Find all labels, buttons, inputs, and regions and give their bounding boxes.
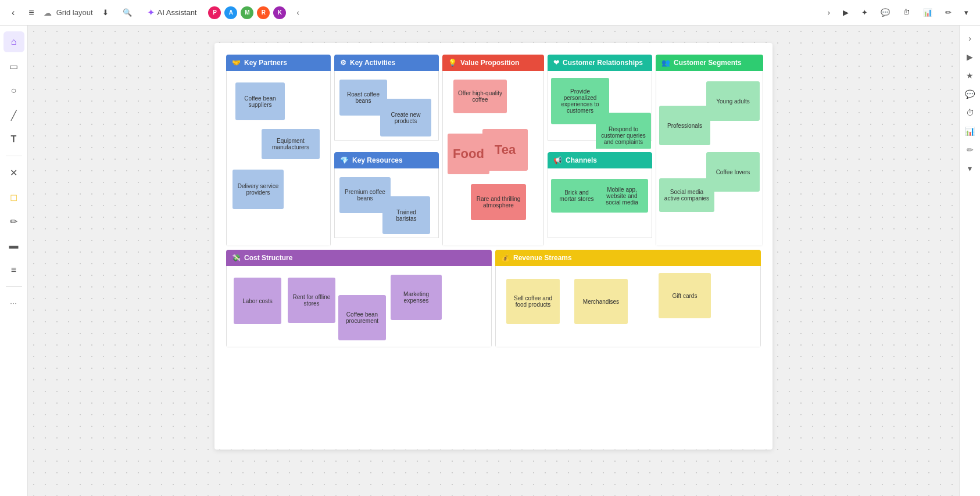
sticky-coffee-suppliers[interactable]: Coffee bean suppliers [235,82,285,120]
ai-assistant-button[interactable]: ✦ AI Assistant [141,5,203,20]
sticky-text: Food [453,146,484,161]
sticky-food[interactable]: Food [448,134,489,174]
chevron-right-button[interactable]: › [823,6,835,19]
chevron-left-icon: ‹ [296,8,299,17]
more-button[interactable]: ▾ [960,6,973,19]
sticky-respond[interactable]: Respond to customer queries and complain… [596,113,651,149]
right-tool-2[interactable]: ▶ [962,49,978,65]
chart-button[interactable]: 📊 [918,6,937,19]
toolbar: ‹ ≡ ☁ Grid layout ⬇ 🔍 ✦ AI Assistant P A… [0,0,980,26]
key-activities-title: Key Activities [350,59,395,67]
canvas-area[interactable]: 🤝 Key Partners Coffee bean suppliers Equ… [28,26,959,496]
shape-icon: ○ [11,85,17,96]
cloud-icon: ☁ [44,8,52,17]
sidebar-tool-shape[interactable]: ○ [3,80,24,101]
value-proposition-body[interactable]: Offer high-quality coffee Tea Food Rare … [442,71,544,246]
sticky-mobile[interactable]: Mobile app, website and social media [596,179,648,213]
ai-label: AI Assistant [158,8,197,17]
right-tool-4[interactable]: 💬 [962,86,978,102]
activities-resources-col: ⚙ Key Activities Roast coffee beans Crea… [334,55,439,246]
sticky-sell-coffee[interactable]: Sell coffee and food products [506,279,560,324]
key-resources-body[interactable]: Premium coffee beans Trained baristas [334,168,439,238]
back-button[interactable]: ‹ [7,5,19,20]
sidebar-tool-more[interactable]: ··· [3,293,24,314]
sticky-gift-cards[interactable]: Gift cards [659,273,711,318]
back-icon: ‹ [12,8,15,18]
sidebar-tool-text[interactable]: T [3,129,24,150]
sticky-social[interactable]: Social media active companies [659,178,714,212]
key-activities-body[interactable]: Roast coffee beans Create new products [334,71,439,141]
cs-body[interactable]: Young adults Professionals Coffee lovers… [656,71,763,246]
sticky-text: Rent for offline stores [292,294,331,307]
sticky-atmosphere[interactable]: Rare and thrilling atmosphere [471,184,526,220]
sticky-rent[interactable]: Rent for offline stores [288,278,335,323]
key-partners-header: 🤝 Key Partners [226,55,331,71]
sidebar-tool-home[interactable]: ⌂ [3,31,24,52]
sidebar-tool-list[interactable]: ≡ [3,260,24,281]
sidebar-tool-card[interactable]: ▬ [3,235,24,256]
customer-segments-header: 👥 Customer Segments [656,55,763,71]
connect-icon: ✕ [10,167,17,178]
sticky-young[interactable]: Young adults [706,81,760,121]
edit-button[interactable]: ✏ [940,6,956,19]
cost-body[interactable]: Labor costs Rent for offline stores Coff… [226,266,492,347]
business-model-canvas: 🤝 Key Partners Coffee bean suppliers Equ… [214,43,772,450]
menu-icon: ≡ [28,8,34,18]
section-key-partners: 🤝 Key Partners Coffee bean suppliers Equ… [226,55,331,246]
right-tool-7[interactable]: ✏ [962,142,978,158]
sticky-text: Mobile app, website and social media [600,186,643,206]
sticky-text: Tea [495,142,516,157]
sticky-equipment[interactable]: Equipment manufacturers [262,129,320,159]
revenue-body[interactable]: Sell coffee and food products Merchandis… [495,266,761,347]
key-resources-header: 💎 Key Resources [334,152,439,168]
sidebar-tool-line[interactable]: ╱ [3,105,24,125]
sidebar-divider-2 [6,286,22,287]
sidebar-tool-pen[interactable]: ✏ [3,211,24,232]
right-tool-8[interactable]: ▾ [962,160,978,177]
sticky-delivery[interactable]: Delivery service providers [233,170,284,209]
customer-relationships-header: ❤ Customer Relationships [548,55,652,71]
left-sidebar: ⌂ ▭ ○ ╱ T ✕ ◻ ✏ ▬ ≡ ··· [0,26,28,496]
sticky-labor[interactable]: Labor costs [234,278,281,324]
toolbar-left: ‹ ≡ ☁ Grid layout ⬇ 🔍 ✦ AI Assistant P A… [7,5,304,20]
sticky-text: Sell coffee and food products [511,295,555,308]
key-partners-body[interactable]: Coffee bean suppliers Equipment manufact… [226,71,331,246]
present-button[interactable]: ▶ [838,6,853,19]
list-icon: ≡ [11,265,16,275]
channels-title: Channels [566,156,597,164]
line-icon: ╱ [11,110,17,121]
search-button[interactable]: 🔍 [118,6,137,19]
avatar-group: P A M R K [207,5,287,20]
download-button[interactable]: ⬇ [98,6,113,19]
sticky-baristas[interactable]: Trained baristas [382,196,430,234]
sticky-text: Labor costs [242,298,273,304]
sidebar-tool-connect[interactable]: ✕ [3,162,24,183]
sticky-merchandises[interactable]: Merchandises [574,279,628,324]
right-tool-5[interactable]: ⏱ [962,105,978,121]
menu-button[interactable]: ≡ [24,5,38,20]
sticky-marketing[interactable]: Marketing expenses [391,275,442,320]
star-button[interactable]: ✦ [857,6,872,19]
collapse-button[interactable]: ‹ [292,6,303,19]
sidebar-tool-frame[interactable]: ▭ [3,56,24,77]
right-tool-1[interactable]: › [962,30,978,46]
sidebar-tool-sticky[interactable]: ◻ [3,186,24,207]
sticky-high-quality[interactable]: Offer high-quality coffee [453,80,507,113]
revenue-title: Revenue Streams [513,254,572,262]
avatar-5: K [272,5,287,20]
channels-body[interactable]: Brick and mortar stores Mobile app, webs… [548,168,652,238]
sticky-text: Coffee bean procurement [343,311,381,324]
ai-icon: ✦ [147,7,155,18]
sticky-text: Gift cards [673,293,698,299]
comment-button[interactable]: 💬 [876,6,895,19]
sticky-brick[interactable]: Brick and mortar stores [551,179,602,213]
right-tool-3[interactable]: ★ [962,67,978,84]
sticky-professionals[interactable]: Professionals [659,106,710,145]
sticky-icon: ◻ [10,192,17,203]
revenue-streams-header: 💰 Revenue Streams [495,250,761,266]
timer-button[interactable]: ⏱ [898,6,915,19]
sticky-create[interactable]: Create new products [380,99,431,136]
sticky-procurement[interactable]: Coffee bean procurement [338,295,386,340]
right-tool-6[interactable]: 📊 [962,123,978,139]
cr-body[interactable]: Provide personalized experiences to cust… [548,71,652,141]
